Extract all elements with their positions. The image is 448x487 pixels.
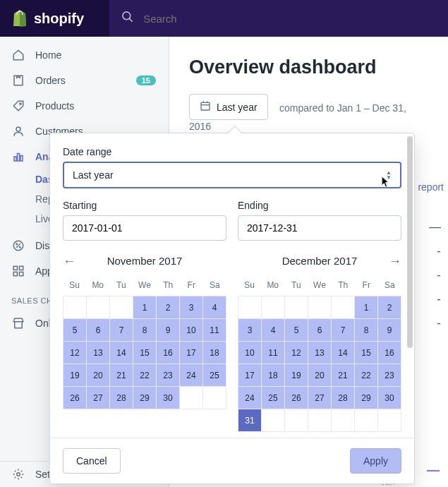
- calendar-day[interactable]: 5: [285, 319, 308, 342]
- calendar-day[interactable]: 13: [308, 342, 332, 364]
- calendar-dow: Tu: [284, 276, 308, 294]
- calendar-day[interactable]: 29: [133, 387, 157, 409]
- calendar-day[interactable]: 7: [332, 319, 355, 342]
- calendar-day: [308, 296, 332, 319]
- svg-rect-16: [201, 102, 210, 110]
- calendar-day[interactable]: 8: [133, 319, 157, 342]
- calendar-day[interactable]: 22: [133, 364, 157, 387]
- calendar-day[interactable]: 5: [63, 319, 87, 342]
- calendar-day[interactable]: 25: [203, 364, 226, 387]
- date-range-button[interactable]: Last year: [189, 94, 268, 120]
- calendar-day[interactable]: 11: [262, 342, 285, 364]
- calendar-day: [355, 409, 378, 432]
- apply-button[interactable]: Apply: [350, 448, 401, 474]
- svg-point-10: [20, 247, 21, 248]
- calendar-next-icon[interactable]: →: [389, 253, 401, 269]
- calendar-day[interactable]: 13: [87, 342, 110, 364]
- calendar-day[interactable]: 2: [157, 296, 180, 319]
- calendar-day[interactable]: 17: [238, 364, 262, 387]
- calendar-day[interactable]: 18: [203, 342, 226, 364]
- calendar-day[interactable]: 3: [180, 296, 203, 319]
- ending-input[interactable]: [238, 215, 401, 241]
- analytics-icon: [11, 150, 25, 164]
- calendar-day: [308, 409, 332, 432]
- calendar-day: [63, 296, 87, 319]
- calendar-day[interactable]: 30: [157, 387, 180, 409]
- calendar-day[interactable]: 18: [262, 364, 285, 387]
- calendar-day[interactable]: 24: [238, 387, 262, 409]
- calendar-day: [180, 387, 203, 409]
- calendar-day[interactable]: 21: [110, 364, 133, 387]
- calendar-day[interactable]: 15: [133, 342, 157, 364]
- calendar-day[interactable]: 4: [203, 296, 226, 319]
- calendar-day[interactable]: 1: [355, 296, 378, 319]
- calendar-day: [87, 296, 110, 319]
- calendar-day[interactable]: 10: [238, 342, 262, 364]
- calendar-day[interactable]: 8: [355, 319, 378, 342]
- starting-input[interactable]: [63, 215, 226, 241]
- calendar-prev-icon[interactable]: ←: [63, 253, 75, 269]
- calendar-day[interactable]: 26: [63, 387, 87, 409]
- calendar-day[interactable]: 16: [157, 342, 180, 364]
- sidebar-item-orders[interactable]: Orders 15: [0, 68, 169, 93]
- calendar-day[interactable]: 3: [238, 319, 262, 342]
- calendar-day[interactable]: 12: [285, 342, 308, 364]
- calendar-day[interactable]: 23: [157, 364, 180, 387]
- calendar-day[interactable]: 26: [285, 387, 308, 409]
- calendar-day[interactable]: 15: [355, 342, 378, 364]
- calendar-day[interactable]: 1: [133, 296, 157, 319]
- svg-point-0: [123, 12, 131, 20]
- calendar-day[interactable]: 28: [332, 387, 355, 409]
- calendar-day[interactable]: 12: [63, 342, 87, 364]
- calendar-day: [378, 409, 401, 432]
- calendar-day[interactable]: 20: [87, 364, 110, 387]
- calendar-day[interactable]: 27: [87, 387, 110, 409]
- calendar-day[interactable]: 6: [87, 319, 110, 342]
- svg-rect-13: [13, 272, 17, 276]
- calendar-day[interactable]: 29: [355, 387, 378, 409]
- calendar-day: [203, 387, 226, 409]
- calendar-day[interactable]: 16: [378, 342, 401, 364]
- calendar-day[interactable]: 2: [378, 296, 401, 319]
- calendar-day[interactable]: 21: [332, 364, 355, 387]
- calendar-dow: Th: [157, 276, 180, 294]
- calendar-day[interactable]: 25: [262, 387, 285, 409]
- calendar-day[interactable]: 31: [238, 409, 262, 432]
- cancel-button[interactable]: Cancel: [63, 448, 121, 474]
- calendar-day[interactable]: 14: [110, 342, 133, 364]
- calendar-day[interactable]: 24: [180, 364, 203, 387]
- mouse-cursor-icon: [381, 176, 390, 190]
- calendar-day[interactable]: 6: [308, 319, 332, 342]
- search-bar[interactable]: [109, 0, 448, 37]
- calendar-day[interactable]: 4: [262, 319, 285, 342]
- calendar-day[interactable]: 10: [180, 319, 203, 342]
- popover-scrollbar[interactable]: [407, 136, 413, 348]
- calendar-day[interactable]: 28: [110, 387, 133, 409]
- tag-icon: [11, 99, 25, 113]
- sidebar-item-home[interactable]: Home: [0, 42, 169, 68]
- svg-rect-11: [13, 266, 17, 270]
- view-report-link[interactable]: report: [418, 181, 444, 193]
- calendar-day[interactable]: 9: [157, 319, 180, 342]
- search-input[interactable]: [143, 13, 437, 25]
- calendar-icon: [200, 100, 211, 114]
- calendar-day[interactable]: 20: [308, 364, 332, 387]
- calendar-day[interactable]: 22: [355, 364, 378, 387]
- calendar-dow: Fr: [355, 276, 378, 294]
- calendar-day[interactable]: 11: [203, 319, 226, 342]
- calendar-day[interactable]: 23: [378, 364, 401, 387]
- calendar-day[interactable]: 19: [63, 364, 87, 387]
- calendar-day[interactable]: 7: [110, 319, 133, 342]
- calendar-dow: Mo: [261, 276, 284, 294]
- calendar-day[interactable]: 17: [180, 342, 203, 364]
- calendar-dow: Th: [332, 276, 355, 294]
- calendar-day: [262, 409, 285, 432]
- calendar-day[interactable]: 27: [308, 387, 332, 409]
- calendar-day[interactable]: 19: [285, 364, 308, 387]
- calendar-day[interactable]: 30: [378, 387, 401, 409]
- calendar-day[interactable]: 14: [332, 342, 355, 364]
- date-range-select[interactable]: Last year ▲▼: [63, 162, 401, 188]
- calendar-day[interactable]: 9: [378, 319, 401, 342]
- calendar-day: [262, 296, 285, 319]
- sidebar-item-products[interactable]: Products: [0, 93, 169, 119]
